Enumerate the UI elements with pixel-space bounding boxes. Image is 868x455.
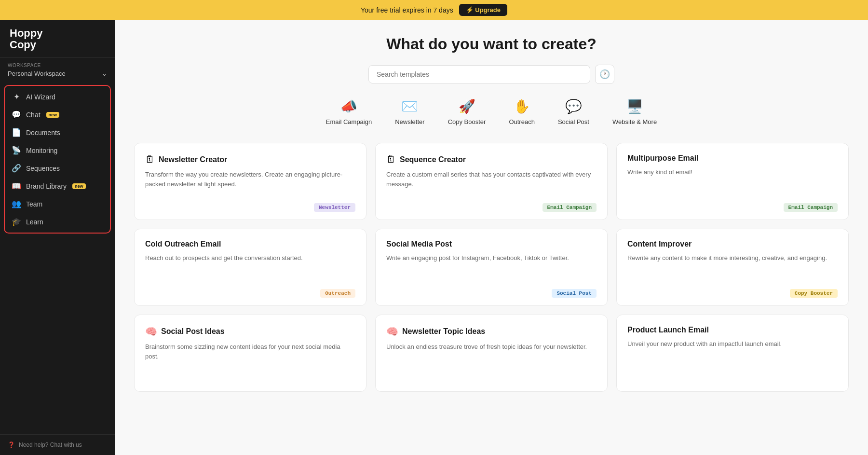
workspace-selector[interactable]: Personal Workspace ⌄ <box>8 68 107 79</box>
copy-booster-icon: 🚀 <box>459 98 475 114</box>
sequences-icon: 🔗 <box>12 164 21 173</box>
card-title: Social Post Ideas <box>161 327 225 336</box>
card-title: Product Launch Email <box>627 326 709 334</box>
sidebar-item-label: Chat <box>26 111 41 119</box>
card-cold-outreach-email[interactable]: Cold Outreach Email Reach out to prospec… <box>134 229 366 306</box>
card-title: Newsletter Creator <box>159 155 227 164</box>
card-description: Rewrite any content to make it more inte… <box>627 253 838 282</box>
chat-icon: 💬 <box>12 110 21 119</box>
new-badge: new <box>46 112 60 118</box>
card-tag: Email Campaign <box>542 203 597 212</box>
card-title: Sequence Creator <box>400 155 466 164</box>
sidebar-item-monitoring[interactable]: 📡 Monitoring <box>5 141 110 159</box>
sidebar-item-brand-library[interactable]: 📖 Brand Library new <box>5 177 110 195</box>
category-social-post[interactable]: 💬 Social Post <box>558 98 589 125</box>
category-label: Copy Booster <box>448 118 486 125</box>
card-footer: Email Campaign <box>627 203 838 212</box>
page-title: What do you want to create? <box>134 35 849 53</box>
card-description: Write any kind of email! <box>627 167 838 196</box>
history-button[interactable]: 🕐 <box>595 65 614 84</box>
sidebar-item-sequences[interactable]: 🔗 Sequences <box>5 159 110 177</box>
category-row: 📣 Email Campaign ✉️ Newsletter 🚀 Copy Bo… <box>134 98 849 125</box>
card-title-row: Multipurpose Email <box>627 154 838 163</box>
search-input[interactable] <box>368 65 590 83</box>
help-chat[interactable]: ❓ Need help? Chat with us <box>0 434 115 455</box>
card-footer: Newsletter <box>145 203 355 212</box>
help-icon: ❓ <box>8 441 15 448</box>
card-social-post-ideas[interactable]: 🧠 Social Post Ideas Brainstorm some sizz… <box>134 315 366 392</box>
card-title-row: Cold Outreach Email <box>145 240 355 248</box>
card-tag: Social Post <box>552 289 597 298</box>
card-title-row: Social Media Post <box>386 240 597 248</box>
sidebar-item-team[interactable]: 👥 Team <box>5 195 110 213</box>
card-content-improver[interactable]: Content Improver Rewrite any content to … <box>616 229 849 306</box>
category-website-more[interactable]: 🖥️ Website & More <box>612 98 657 125</box>
card-tag: Outreach <box>320 289 355 298</box>
card-description: Unveil your new product with an impactfu… <box>627 339 838 384</box>
card-multipurpose-email[interactable]: Multipurpose Email Write any kind of ema… <box>616 143 849 220</box>
card-title: Social Media Post <box>386 240 452 248</box>
documents-icon: 📄 <box>12 128 21 137</box>
card-icon: 🗓 <box>386 154 396 165</box>
sidebar-item-label: Learn <box>26 218 43 226</box>
card-description: Create a custom email series that has yo… <box>386 170 597 196</box>
card-title: Multipurpose Email <box>627 154 699 163</box>
card-title-row: 🧠 Social Post Ideas <box>145 326 355 337</box>
sidebar-item-documents[interactable]: 📄 Documents <box>5 124 110 141</box>
card-description: Write an engaging post for Instagram, Fa… <box>386 253 597 282</box>
card-tag: Newsletter <box>314 203 355 212</box>
sidebar-item-ai-wizard[interactable]: ✦ AI Wizard <box>5 88 110 106</box>
main-layout: HoppyCopy Workspace Personal Workspace ⌄… <box>0 20 868 455</box>
card-icon: 🧠 <box>386 326 398 337</box>
card-tag: Copy Booster <box>790 289 838 298</box>
category-copy-booster[interactable]: 🚀 Copy Booster <box>448 98 486 125</box>
category-email-campaign[interactable]: 📣 Email Campaign <box>326 98 372 125</box>
learn-icon: 🎓 <box>12 217 21 226</box>
chevron-down-icon: ⌄ <box>102 70 107 77</box>
sidebar-item-label: AI Wizard <box>26 93 55 101</box>
main-content: What do you want to create? 🕐 📣 Email Ca… <box>115 20 868 455</box>
card-sequence-creator[interactable]: 🗓 Sequence Creator Create a custom email… <box>375 143 608 220</box>
sidebar-item-label: Sequences <box>26 165 60 172</box>
card-title: Newsletter Topic Ideas <box>402 327 485 336</box>
card-title-row: 🗓 Newsletter Creator <box>145 154 355 165</box>
card-footer: Outreach <box>145 289 355 298</box>
workspace-section: Workspace Personal Workspace ⌄ <box>0 58 115 82</box>
card-title: Content Improver <box>627 240 692 248</box>
sidebar-item-label: Monitoring <box>26 147 57 154</box>
new-badge: new <box>72 183 86 189</box>
card-title-row: Content Improver <box>627 240 838 248</box>
outreach-icon: ✋ <box>514 98 530 114</box>
workspace-label: Workspace <box>8 63 107 68</box>
sidebar-item-learn[interactable]: 🎓 Learn <box>5 213 110 231</box>
card-icon: 🧠 <box>145 326 157 337</box>
nav-highlight-box: ✦ AI Wizard 💬 Chat new 📄 Documents 📡 Mon… <box>4 85 111 234</box>
card-description: Reach out to prospects and get the conve… <box>145 253 355 282</box>
card-social-media-post[interactable]: Social Media Post Write an engaging post… <box>375 229 608 306</box>
card-icon: 🗓 <box>145 154 155 165</box>
card-newsletter-creator[interactable]: 🗓 Newsletter Creator Transform the way y… <box>134 143 366 220</box>
sidebar-item-chat[interactable]: 💬 Chat new <box>5 106 110 124</box>
card-footer: Social Post <box>386 289 597 298</box>
card-newsletter-topic-ideas[interactable]: 🧠 Newsletter Topic Ideas Unlock an endle… <box>375 315 608 392</box>
trial-banner: Your free trial expires in 7 days ⚡ Upgr… <box>0 0 868 20</box>
category-label: Social Post <box>558 118 589 125</box>
banner-text: Your free trial expires in 7 days <box>361 6 453 14</box>
card-tag: Email Campaign <box>784 203 838 212</box>
upgrade-button[interactable]: ⚡ Upgrade <box>459 4 507 16</box>
card-title-row: 🗓 Sequence Creator <box>386 154 597 165</box>
card-title: Cold Outreach Email <box>145 240 221 248</box>
card-description: Transform the way you create newsletters… <box>145 170 355 196</box>
card-product-launch-email[interactable]: Product Launch Email Unveil your new pro… <box>616 315 849 392</box>
category-outreach[interactable]: ✋ Outreach <box>509 98 534 125</box>
card-description: Brainstorm some sizzling new content ide… <box>145 342 355 384</box>
website-more-icon: 🖥️ <box>626 98 643 114</box>
category-label: Outreach <box>509 118 534 125</box>
sidebar-item-label: Documents <box>26 129 60 137</box>
sidebar: HoppyCopy Workspace Personal Workspace ⌄… <box>0 20 115 455</box>
social-post-icon: 💬 <box>565 98 582 114</box>
search-row: 🕐 <box>134 65 849 84</box>
sidebar-item-label: Team <box>26 200 42 208</box>
card-title-row: 🧠 Newsletter Topic Ideas <box>386 326 597 337</box>
category-newsletter[interactable]: ✉️ Newsletter <box>395 98 424 125</box>
